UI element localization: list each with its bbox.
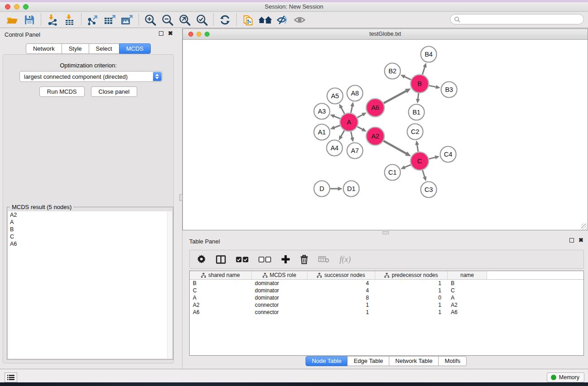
close-table-panel-icon[interactable]: ✖ xyxy=(578,238,583,243)
tab-edge-table[interactable]: Edge Table xyxy=(347,356,389,366)
edge-B-B1[interactable] xyxy=(418,93,419,100)
open-session-button[interactable] xyxy=(4,13,21,27)
memory-button[interactable]: Memory xyxy=(547,372,584,382)
edge-C-C1[interactable] xyxy=(404,165,411,167)
result-list-item[interactable]: B xyxy=(8,226,172,233)
resize-grip-icon[interactable] xyxy=(581,224,587,229)
edge-A-A2[interactable] xyxy=(358,127,363,130)
close-panel-button[interactable]: Close panel xyxy=(91,86,138,97)
result-list-item[interactable]: C xyxy=(8,233,172,240)
table-cell[interactable]: 4 xyxy=(307,280,375,287)
result-list-scrollbar[interactable] xyxy=(167,211,172,358)
tab-node-table[interactable]: Node Table xyxy=(306,356,348,366)
table-cell[interactable]: 8 xyxy=(307,294,375,301)
table-row[interactable]: A2connector11A2 xyxy=(190,301,583,309)
minimize-network-button[interactable] xyxy=(196,32,201,37)
show-graphics-details-button[interactable] xyxy=(291,13,308,27)
zoom-window-button[interactable] xyxy=(23,4,29,10)
export-image-button[interactable] xyxy=(119,13,136,27)
edge-A2-C[interactable] xyxy=(383,141,407,154)
table-cell[interactable]: A2 xyxy=(190,301,252,309)
column-header-predecessor-nodes[interactable]: predecessor nodes xyxy=(375,271,448,279)
table-row[interactable]: Bdominator41B xyxy=(190,280,583,287)
function-builder-button[interactable]: f(x) xyxy=(339,255,351,264)
close-network-button[interactable] xyxy=(188,32,193,37)
edge-B-B2[interactable] xyxy=(404,76,411,80)
table-row[interactable]: Cdominator41C xyxy=(190,287,583,294)
task-history-button[interactable] xyxy=(5,372,17,382)
column-header-successor-nodes[interactable]: successor nodes xyxy=(307,271,375,279)
table-cell[interactable]: A xyxy=(190,294,252,301)
table-cell[interactable]: B xyxy=(448,280,487,287)
column-header-shared-name[interactable]: shared name xyxy=(190,271,252,279)
export-table-button[interactable] xyxy=(101,13,119,27)
edge-A-A7[interactable] xyxy=(351,132,352,139)
export-network-button[interactable] xyxy=(84,13,101,27)
table-cell[interactable]: A2 xyxy=(448,301,487,309)
minimize-window-button[interactable] xyxy=(14,4,19,10)
edge-A-A8[interactable] xyxy=(351,105,352,113)
zoom-selected-button[interactable] xyxy=(193,13,210,27)
table-cell[interactable]: B xyxy=(190,280,252,287)
edge-A-A4[interactable] xyxy=(340,130,344,137)
close-window-button[interactable] xyxy=(5,4,10,10)
hide-graphics-details-button[interactable] xyxy=(274,13,291,27)
edge-A-A6[interactable] xyxy=(357,114,363,117)
table-cell[interactable]: 1 xyxy=(375,287,448,294)
edge-A-A5[interactable] xyxy=(341,107,344,114)
edge-A-A1[interactable] xyxy=(334,125,340,128)
table-row[interactable]: Adominator80A xyxy=(190,294,583,301)
table-cell[interactable]: 1 xyxy=(375,301,448,309)
deselect-all-button[interactable] xyxy=(258,257,271,262)
table-cell[interactable]: 1 xyxy=(307,301,375,309)
result-list-item[interactable]: A2 xyxy=(8,211,172,219)
horizontal-splitter-handle[interactable] xyxy=(382,231,389,234)
import-table-button[interactable] xyxy=(61,13,78,27)
delete-table-button[interactable] xyxy=(318,256,330,263)
table-cell[interactable]: A6 xyxy=(448,309,487,316)
table-row[interactable]: A6connector11A6 xyxy=(190,309,583,316)
close-panel-icon[interactable]: ✖ xyxy=(168,31,173,36)
result-list-item[interactable]: A xyxy=(8,219,172,226)
table-cell[interactable]: 1 xyxy=(307,309,375,316)
select-all-button[interactable] xyxy=(236,257,249,262)
table-cell[interactable]: A xyxy=(448,294,487,301)
table-cell[interactable]: 1 xyxy=(375,309,448,316)
edge-A6-B[interactable] xyxy=(383,91,406,103)
edge-C-C2[interactable] xyxy=(417,144,418,152)
tab-mcds[interactable]: MCDS xyxy=(119,43,151,54)
edge-B-B3[interactable] xyxy=(429,86,437,87)
refresh-button[interactable] xyxy=(216,13,234,27)
table-cell[interactable]: 1 xyxy=(375,280,448,287)
table-cell[interactable]: dominator xyxy=(252,280,307,287)
mcds-result-list[interactable]: A2ABCA6 xyxy=(8,211,172,358)
edge-A-A3[interactable] xyxy=(334,116,340,119)
table-settings-button[interactable] xyxy=(197,255,206,264)
search-box[interactable] xyxy=(450,14,584,24)
column-header-name[interactable]: name xyxy=(448,271,487,279)
column-header-MCDS-role[interactable]: MCDS role xyxy=(252,271,307,279)
zoom-fit-button[interactable] xyxy=(176,13,193,27)
zoom-out-button[interactable] xyxy=(159,13,176,27)
table-cell[interactable]: C xyxy=(190,287,252,294)
table-cell[interactable]: dominator xyxy=(252,294,307,301)
delete-entry-button[interactable] xyxy=(300,255,308,264)
table-cell[interactable]: connector xyxy=(252,309,307,316)
float-table-panel-icon[interactable] xyxy=(569,238,574,243)
table-cell[interactable]: C xyxy=(448,287,487,294)
edge-B-B4[interactable] xyxy=(422,66,425,75)
table-cell[interactable]: 0 xyxy=(375,294,448,301)
float-panel-icon[interactable] xyxy=(159,31,163,36)
table-cell[interactable]: dominator xyxy=(252,287,307,294)
edge-C-C3[interactable] xyxy=(422,170,425,178)
add-entry-button[interactable] xyxy=(281,255,290,264)
import-network-button[interactable] xyxy=(44,13,61,27)
tab-select[interactable]: Select xyxy=(89,43,120,54)
tab-style[interactable]: Style xyxy=(62,43,89,54)
zoom-in-button[interactable] xyxy=(142,13,159,27)
split-view-button[interactable] xyxy=(216,255,226,264)
run-mcds-button[interactable]: Run MCDS xyxy=(39,86,85,97)
result-list-item[interactable]: A6 xyxy=(8,240,172,248)
copy-network-button[interactable] xyxy=(239,13,257,27)
network-canvas[interactable]: B4B2BB3B1A5A8A6A3AA1A2C2A4A7CC4C1C3DD1 xyxy=(183,40,588,230)
